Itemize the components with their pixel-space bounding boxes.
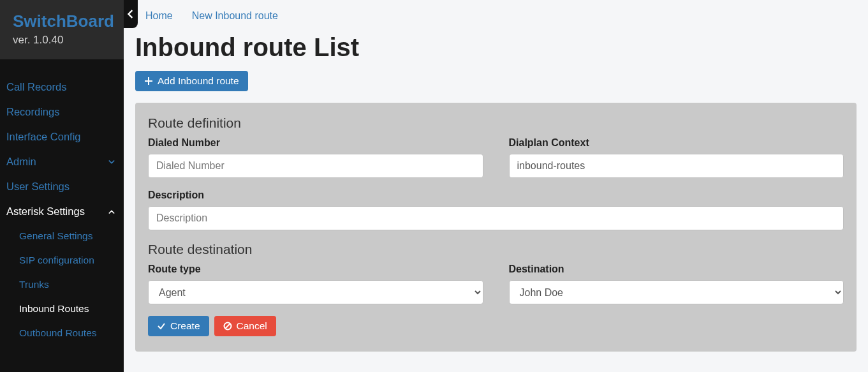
chevron-down-icon: [108, 159, 115, 165]
form-panel: Route definition Dialed Number Dialplan …: [135, 103, 857, 352]
dialed-number-label: Dialed Number: [148, 137, 483, 149]
route-type-label: Route type: [148, 264, 483, 275]
sidebar-header: SwitchBoard ver. 1.0.40: [0, 0, 124, 59]
nav-general-settings[interactable]: General Settings: [0, 224, 124, 248]
destination-select[interactable]: John Doe: [509, 280, 844, 304]
page-title: Inbound route List: [135, 33, 857, 62]
sidebar: SwitchBoard ver. 1.0.40 Call Records Rec…: [0, 0, 124, 372]
section-route-definition-title: Route definition: [148, 115, 844, 131]
description-input[interactable]: [148, 206, 844, 230]
route-type-select[interactable]: Agent: [148, 280, 483, 304]
cancel-button[interactable]: Cancel: [214, 316, 276, 336]
cancel-icon: [223, 322, 232, 331]
nav-label: SIP configuration: [19, 255, 94, 266]
check-icon: [157, 322, 166, 331]
nav-admin[interactable]: Admin: [0, 149, 124, 174]
plus-icon: [144, 77, 153, 86]
nav-label: Asterisk Settings: [6, 205, 85, 218]
dialplan-context-label: Dialplan Context: [509, 137, 844, 149]
app-brand: SwitchBoard: [13, 11, 111, 31]
nav-label: Admin: [6, 156, 36, 168]
description-label: Description: [148, 190, 844, 201]
nav-label: Call Records: [6, 81, 66, 93]
app-version: ver. 1.0.40: [13, 34, 111, 47]
chevron-up-icon: [108, 209, 115, 215]
nav-interface-config[interactable]: Interface Config: [0, 124, 124, 149]
nav-label: User Settings: [6, 181, 70, 193]
destination-label: Destination: [509, 264, 844, 275]
add-inbound-route-button[interactable]: Add Inbound route: [135, 71, 248, 91]
dialed-number-input[interactable]: [148, 154, 483, 178]
nav-user-settings[interactable]: User Settings: [0, 174, 124, 199]
breadcrumb-current[interactable]: New Inbound route: [192, 10, 278, 22]
nav-label: Inbound Routes: [19, 303, 89, 315]
button-label: Cancel: [237, 320, 267, 332]
nav-label: General Settings: [19, 230, 92, 242]
sidebar-nav: Call Records Recordings Interface Config…: [0, 75, 124, 345]
create-button[interactable]: Create: [148, 316, 209, 336]
nav-call-records[interactable]: Call Records: [0, 75, 124, 100]
nav-recordings[interactable]: Recordings: [0, 100, 124, 124]
dialplan-context-input[interactable]: [509, 154, 844, 178]
nav-inbound-routes[interactable]: Inbound Routes: [0, 297, 124, 321]
nav-asterisk-settings[interactable]: Asterisk Settings: [0, 199, 124, 224]
nav-label: Outbound Routes: [19, 327, 97, 339]
sidebar-collapse-button[interactable]: [124, 0, 138, 28]
nav-label: Interface Config: [6, 131, 80, 143]
nav-label: Recordings: [6, 106, 59, 118]
section-route-destination-title: Route destination: [148, 242, 844, 257]
nav-outbound-routes[interactable]: Outbound Routes: [0, 321, 124, 345]
button-label: Create: [170, 320, 200, 332]
nav-label: Trunks: [19, 279, 49, 290]
breadcrumb: Home New Inbound route: [145, 10, 857, 22]
main-content: Home New Inbound route Inbound route Lis…: [124, 0, 868, 372]
button-label: Add Inbound route: [158, 75, 239, 87]
breadcrumb-home[interactable]: Home: [145, 10, 173, 22]
chevron-left-icon: [128, 10, 134, 19]
nav-trunks[interactable]: Trunks: [0, 272, 124, 297]
nav-sip-configuration[interactable]: SIP configuration: [0, 248, 124, 272]
